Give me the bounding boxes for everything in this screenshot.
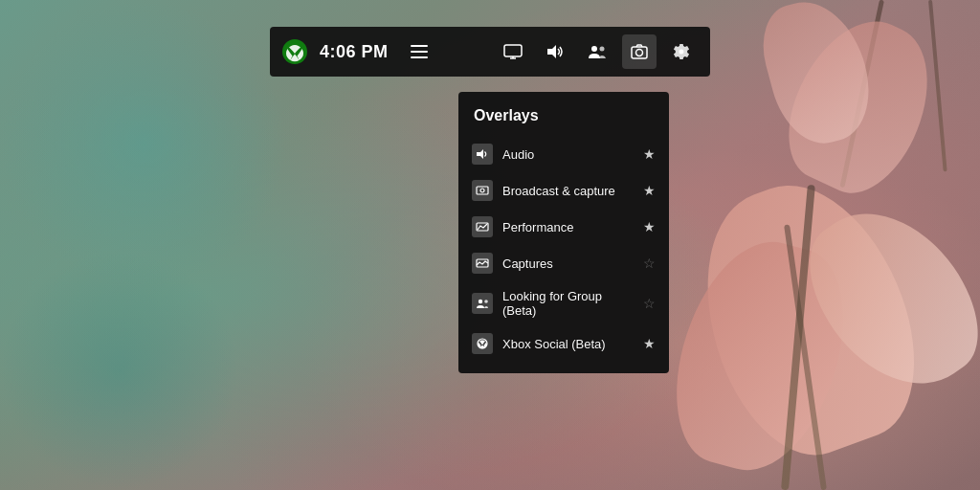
- audio-item-icon: [472, 144, 493, 165]
- menu-icon[interactable]: [402, 34, 436, 69]
- svg-rect-2: [411, 51, 428, 53]
- overlays-panel: Overlays Audio ★ Broadcast & capture ★: [458, 92, 669, 373]
- volume-icon[interactable]: [538, 34, 572, 69]
- svg-point-9: [600, 47, 605, 52]
- overlay-item-xbox-social[interactable]: Xbox Social (Beta) ★: [458, 325, 669, 362]
- svg-point-14: [480, 189, 484, 192]
- svg-rect-4: [504, 45, 522, 56]
- panel-title: Overlays: [458, 107, 669, 136]
- overlay-item-captures[interactable]: Captures ☆: [458, 245, 669, 281]
- overlay-item-performance[interactable]: Performance ★: [458, 209, 669, 245]
- broadcast-item-label: Broadcast & capture: [502, 184, 634, 198]
- broadcast-star[interactable]: ★: [643, 183, 656, 198]
- svg-point-11: [636, 50, 643, 56]
- svg-rect-13: [477, 187, 488, 194]
- captures-item-icon: [472, 253, 493, 274]
- overlay-item-broadcast[interactable]: Broadcast & capture ★: [458, 172, 669, 209]
- top-bar: 4:06 PM: [270, 27, 710, 77]
- broadcast-item-icon: [472, 180, 493, 201]
- lfg-star[interactable]: ☆: [643, 296, 656, 311]
- capture-icon[interactable]: [622, 34, 657, 69]
- xbox-social-star[interactable]: ★: [643, 336, 656, 351]
- svg-marker-12: [477, 149, 483, 159]
- captures-star[interactable]: ☆: [643, 256, 656, 271]
- svg-point-17: [479, 300, 482, 303]
- people-icon[interactable]: [580, 34, 614, 69]
- svg-rect-1: [411, 45, 428, 47]
- overlay-item-audio[interactable]: Audio ★: [458, 136, 669, 172]
- captures-item-label: Captures: [502, 256, 634, 271]
- performance-star[interactable]: ★: [643, 219, 656, 234]
- svg-marker-7: [547, 45, 556, 58]
- xbox-logo[interactable]: [281, 38, 308, 65]
- settings-icon[interactable]: [664, 34, 699, 69]
- performance-item-label: Performance: [502, 220, 634, 234]
- performance-item-icon: [472, 216, 493, 237]
- svg-point-18: [484, 300, 488, 303]
- xbox-social-item-label: Xbox Social (Beta): [502, 337, 634, 351]
- xbox-social-item-icon: [472, 333, 493, 354]
- audio-item-label: Audio: [502, 147, 634, 162]
- svg-point-8: [591, 46, 597, 52]
- lfg-item-label: Looking for Group (Beta): [502, 289, 634, 318]
- svg-rect-3: [411, 56, 428, 58]
- overlay-item-lfg[interactable]: Looking for Group (Beta) ☆: [458, 281, 669, 325]
- display-icon[interactable]: [496, 34, 530, 69]
- lfg-item-icon: [472, 293, 493, 314]
- audio-star[interactable]: ★: [643, 146, 656, 162]
- clock-display: 4:06 PM: [320, 42, 389, 62]
